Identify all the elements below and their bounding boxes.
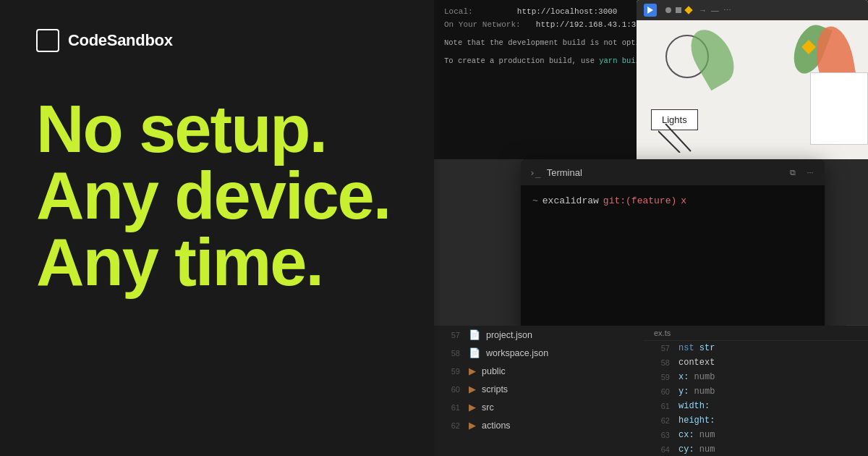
folder-icon: ▶ — [469, 402, 476, 413]
prompt-cursor: x — [681, 195, 686, 206]
code-line-number: 64 — [654, 445, 670, 454]
code-content: y: numb — [678, 387, 715, 397]
code-line-number: 60 — [654, 387, 670, 396]
file-icon: 📄 — [469, 347, 480, 358]
code-line: 59x: numb — [644, 370, 868, 384]
file-list-item[interactable]: 61 ▶ src — [434, 398, 644, 416]
code-line: 61width: — [644, 399, 868, 413]
network-label: On Your Network: — [444, 20, 521, 29]
code-content: cy: num — [678, 444, 715, 455]
play-button[interactable] — [644, 4, 657, 17]
code-line: 64cy: num — [644, 442, 868, 456]
line-number: 58 — [444, 349, 460, 358]
code-content: nst str — [678, 343, 715, 353]
line-number: 59 — [444, 367, 460, 376]
code-line-number: 62 — [654, 416, 670, 425]
line-number: 62 — [444, 421, 460, 430]
code-header: ex.ts — [644, 326, 868, 341]
design-preview: → — ⋯ Lights — [637, 0, 868, 159]
right-panel: Local: http://localhost:3000 On Your Net… — [434, 0, 868, 456]
terminal-body: ~ excalidraw git:(feature) x — [521, 185, 825, 216]
line-number: 57 — [444, 331, 460, 339]
right-card — [810, 72, 868, 145]
code-line: 62height: — [644, 413, 868, 428]
terminal-window-title: Terminal — [547, 167, 781, 178]
code-line-number: 59 — [654, 373, 670, 381]
file-name: public — [482, 366, 506, 376]
terminal-prompt-icon: ›_ — [529, 167, 541, 178]
folder-icon: ▶ — [469, 366, 476, 376]
terminal-header-actions: ⧉ ··· — [787, 166, 816, 178]
code-line: 57nst str — [644, 341, 868, 355]
code-line-number: 63 — [654, 431, 670, 439]
hero-line2: Any device. — [36, 162, 398, 229]
logo-text: CodeSandbox — [68, 31, 173, 50]
file-list-item[interactable]: 59 ▶ public — [434, 362, 644, 380]
logo-icon — [36, 29, 59, 52]
folder-icon: ▶ — [469, 420, 476, 431]
code-line-number: 58 — [654, 358, 670, 367]
file-list-item[interactable]: 60 ▶ scripts — [434, 380, 644, 398]
code-line: 63cx: num — [644, 428, 868, 442]
git-prefix: git: — [603, 195, 626, 206]
toolbar-icons: → — ⋯ — [665, 6, 731, 15]
terminal-expand-button[interactable]: ⧉ — [787, 166, 799, 178]
toolbar-diamond-icon — [684, 6, 692, 14]
hero-line1: No setup. — [36, 96, 398, 162]
file-list-item[interactable]: 57 📄 project.json — [434, 326, 644, 344]
file-name: project.json — [486, 330, 532, 340]
code-content: cx: num — [678, 430, 715, 440]
code-line: 58context — [644, 355, 868, 370]
code-content: width: — [678, 401, 710, 411]
svg-marker-0 — [647, 7, 653, 14]
prompt-arrow: ~ — [532, 195, 538, 206]
design-toolbar: → — ⋯ — [637, 0, 868, 20]
code-line-number: 61 — [654, 402, 670, 410]
hero-section: CodeSandbox No setup. Any device. Any ti… — [0, 0, 434, 456]
code-lines: 57nst str58context59x: numb60y: numb61wi… — [644, 341, 868, 456]
file-icon: 📄 — [469, 329, 480, 340]
svg-line-1 — [658, 131, 680, 153]
terminal-prompt-line: ~ excalidraw git:(feature) x — [532, 195, 813, 206]
file-name: src — [482, 402, 494, 413]
hero-line3: Any time. — [36, 229, 398, 295]
code-line-number: 57 — [654, 344, 670, 352]
design-canvas: Lights — [637, 20, 868, 159]
file-explorer: 57 📄 project.json 58 📄 workspace.json 59… — [434, 326, 644, 456]
line-number: 61 — [444, 403, 460, 412]
local-label: Local: — [444, 7, 473, 16]
hero-headline: No setup. Any device. Any time. — [36, 96, 398, 295]
file-list: 57 📄 project.json 58 📄 workspace.json 59… — [434, 326, 644, 434]
folder-icon: ▶ — [469, 384, 476, 394]
prompt-git-branch: git:(feature) — [603, 195, 676, 206]
local-url: http://localhost:3000 — [517, 7, 618, 16]
file-list-item[interactable]: 62 ▶ actions — [434, 416, 644, 434]
svg-line-2 — [665, 124, 691, 151]
top-preview: Local: http://localhost:3000 On Your Net… — [434, 0, 868, 159]
terminal-window: ›_ Terminal ⧉ ··· ~ excalidraw git:(feat… — [521, 159, 825, 340]
code-content: height: — [678, 415, 715, 426]
line-number: 60 — [444, 385, 460, 394]
file-name: actions — [482, 421, 511, 431]
branch-name: (feature) — [626, 195, 676, 206]
toolbar-dot-icon — [665, 7, 671, 13]
toolbar-square-icon — [676, 7, 681, 13]
code-content: context — [678, 358, 715, 368]
code-content: x: numb — [678, 372, 715, 382]
prompt-directory: excalidraw — [542, 195, 599, 206]
logo-area: CodeSandbox — [36, 29, 398, 52]
terminal-more-button[interactable]: ··· — [804, 166, 816, 178]
botanical-elements: Lights — [637, 20, 868, 159]
file-name: workspace.json — [486, 348, 548, 358]
terminal-header: ›_ Terminal ⧉ ··· — [521, 159, 825, 185]
code-line: 60y: numb — [644, 384, 868, 399]
diagonal-lines — [658, 124, 694, 156]
file-name: scripts — [482, 384, 508, 394]
file-list-item[interactable]: 58 📄 workspace.json — [434, 344, 644, 362]
network-url: http://192.168.43.1:3000 — [536, 20, 650, 29]
code-panel: ex.ts 57nst str58context59x: numb60y: nu… — [644, 326, 868, 456]
